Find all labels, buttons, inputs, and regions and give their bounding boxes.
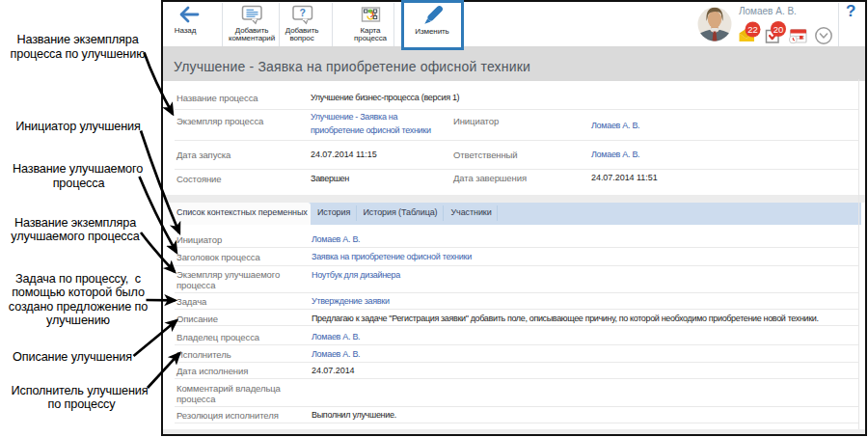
svg-text:20: 20 bbox=[773, 24, 784, 35]
svg-text:?: ? bbox=[300, 7, 306, 18]
svg-text:22: 22 bbox=[747, 24, 758, 35]
